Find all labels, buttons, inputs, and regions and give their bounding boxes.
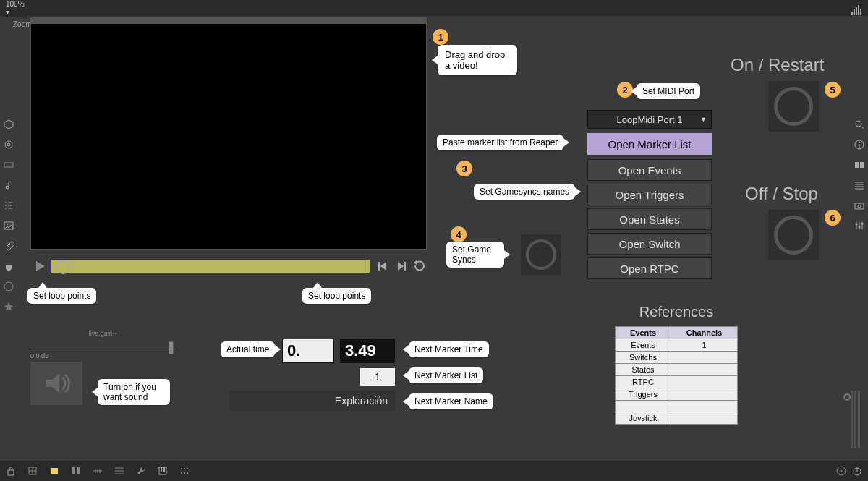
wrench-icon[interactable]: [136, 466, 146, 476]
globe-icon[interactable]: [4, 281, 14, 291]
open-states-button[interactable]: Open States: [587, 208, 712, 230]
svg-point-17: [7, 143, 10, 146]
next-marker-list-display: 1: [360, 368, 395, 386]
refs-cell: RTPC: [616, 376, 671, 388]
video-preview[interactable]: [30, 23, 427, 250]
svg-point-31: [856, 224, 858, 226]
refs-cell: Switchs: [616, 352, 671, 364]
open-rtpc-button[interactable]: Open RTPC: [587, 257, 712, 279]
sliders-icon[interactable]: [854, 221, 864, 231]
references-title: References: [615, 304, 738, 320]
svg-line-23: [861, 126, 864, 129]
play-button[interactable]: [30, 256, 51, 276]
dots-icon[interactable]: [179, 466, 190, 476]
gain-handle[interactable]: [169, 341, 174, 354]
clip-icon[interactable]: [4, 241, 14, 251]
plug-icon[interactable]: [4, 261, 14, 271]
open-marker-list-button[interactable]: Open Marker List: [587, 133, 712, 155]
on-restart-heading: On / Restart: [731, 55, 824, 75]
refs-cell: [616, 401, 671, 412]
panel-icon[interactable]: [854, 160, 864, 170]
gain-slider[interactable]: live.gain~ 0.0 dB: [30, 328, 175, 352]
game-sync-button[interactable]: [521, 234, 561, 275]
midi-port-select[interactable]: LoopMidi Port 1: [587, 110, 712, 129]
grid-icon[interactable]: [27, 466, 38, 476]
mixer-icon[interactable]: [851, 4, 862, 16]
vu-knob[interactable]: [843, 393, 851, 401]
svg-marker-35: [380, 262, 386, 271]
refs-header-events: Events: [616, 327, 671, 339]
references-table: EventsChannels Events1 Switchs States RT…: [615, 326, 738, 425]
gain-db: 0.0 dB: [30, 352, 49, 359]
timeline-icon[interactable]: [93, 466, 103, 476]
next-frame-button[interactable]: [395, 260, 408, 273]
toolbar-icon-close[interactable]: [707, 0, 868, 62]
refs-cell: [671, 412, 737, 425]
open-switch-button[interactable]: Open Switch: [587, 233, 712, 255]
piano-icon[interactable]: [158, 466, 168, 476]
callout-turn-on-sound: Turn on if you want sound: [98, 379, 170, 405]
svg-point-50: [181, 472, 182, 474]
top-toolbar: 100% ▾: [0, 0, 868, 16]
star-icon[interactable]: [4, 302, 14, 312]
play-small-icon[interactable]: [836, 466, 846, 476]
svg-rect-40: [8, 470, 14, 475]
rect-icon[interactable]: [4, 160, 14, 170]
vu-meters: [851, 391, 864, 448]
open-events-button[interactable]: Open Events: [587, 159, 712, 181]
present-icon[interactable]: [49, 466, 59, 476]
image-icon[interactable]: [4, 221, 14, 231]
refs-cell: States: [616, 364, 671, 376]
svg-marker-54: [841, 469, 843, 472]
sound-toggle[interactable]: [30, 362, 82, 405]
svg-point-33: [861, 223, 864, 225]
layers-icon[interactable]: [114, 466, 124, 476]
scrub-track[interactable]: [51, 259, 370, 273]
refs-cell: Joystick: [616, 412, 671, 425]
svg-point-20: [7, 224, 8, 225]
lock-icon[interactable]: [6, 466, 16, 476]
off-stop-button[interactable]: [768, 210, 819, 260]
bottom-toolbar: [0, 461, 868, 481]
on-restart-button[interactable]: [768, 81, 819, 132]
list-icon[interactable]: [4, 200, 14, 210]
svg-point-49: [187, 468, 188, 469]
target-icon[interactable]: [4, 140, 14, 150]
callout-next-marker-name: Next Marker Name: [409, 393, 493, 409]
camera-icon[interactable]: [854, 200, 864, 210]
right-sidebar: [851, 119, 868, 231]
refs-cell: [671, 364, 737, 376]
loop-start-marker[interactable]: [56, 260, 70, 274]
search-icon[interactable]: [854, 119, 864, 129]
callout-paste-marker: Paste marker list from Reaper: [437, 135, 563, 150]
panels-icon[interactable]: [71, 466, 81, 476]
svg-point-47: [181, 468, 182, 469]
info-icon[interactable]: [854, 140, 864, 150]
svg-point-21: [4, 282, 13, 291]
note-icon[interactable]: [4, 180, 14, 190]
callout-set-midi: Set MIDI Port: [637, 83, 700, 99]
svg-rect-13: [856, 7, 857, 15]
refs-cell: [671, 376, 737, 388]
refs-cell: Events: [616, 339, 671, 352]
callout-next-marker-time: Next Marker Time: [409, 341, 489, 357]
refs-cell: [671, 388, 737, 401]
prev-frame-button[interactable]: [376, 260, 389, 273]
loop-button[interactable]: [414, 260, 427, 273]
svg-rect-45: [161, 467, 162, 472]
callout-drag-video: Drag and drop a video!: [438, 45, 517, 75]
open-triggers-button[interactable]: Open Triggers: [587, 184, 712, 205]
next-marker-name-display: Exploración: [230, 391, 395, 411]
svg-point-51: [184, 472, 185, 474]
zoom-dropdown[interactable]: 100% ▾: [3, 0, 27, 17]
svg-rect-43: [77, 467, 80, 474]
cube-icon[interactable]: [4, 119, 14, 129]
actual-time-display: 0.: [282, 339, 334, 363]
svg-rect-41: [51, 468, 58, 474]
lines-icon[interactable]: [854, 180, 864, 190]
svg-marker-34: [36, 261, 45, 271]
svg-rect-18: [4, 163, 13, 167]
zoom-label: Zoom: [13, 20, 32, 28]
power-icon[interactable]: [852, 466, 862, 476]
video-position-strip[interactable]: [30, 17, 427, 23]
